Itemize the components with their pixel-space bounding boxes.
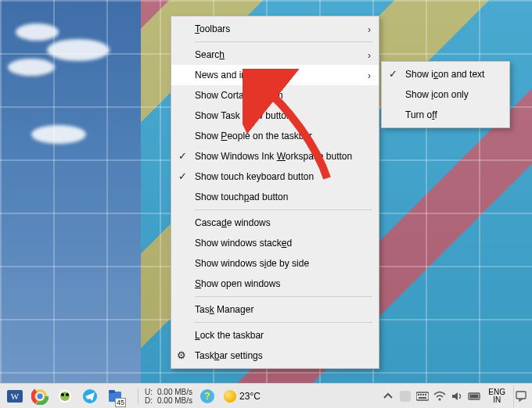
submenu-item-turn-off[interactable]: Turn off Turn off	[382, 105, 509, 125]
menu-label: Show touch keyboard button	[195, 171, 314, 182]
submenu-item-icon-only[interactable]: Show icon only Show icon only	[382, 84, 509, 105]
language-indicator[interactable]: ENG IN	[485, 388, 509, 404]
chevron-right-icon: ›	[368, 24, 371, 35]
svg-rect-22	[419, 397, 426, 399]
news-interests-submenu: ✓ Show icon and text Show icon and text …	[381, 61, 510, 128]
taskbar-app-chrome[interactable]	[28, 385, 52, 407]
svg-rect-27	[516, 392, 526, 399]
action-center-icon[interactable]	[513, 385, 527, 407]
check-icon: ✓	[178, 170, 187, 182]
menu-item-show-open-windows[interactable]: Show open windows Show open windows	[171, 274, 379, 294]
menu-label: Show Cortana button	[195, 90, 283, 101]
taskbar-divider	[138, 388, 138, 405]
menu-separator	[195, 209, 372, 210]
net-upload-label: U:	[145, 388, 154, 396]
taskbar-app-files[interactable]: 45	[103, 385, 127, 407]
svg-rect-25	[480, 395, 481, 398]
net-download-label: D:	[145, 396, 154, 405]
menu-item-news-and-interests[interactable]: News and interests ›	[171, 65, 379, 85]
taskbar-help-icon[interactable]: ?	[196, 385, 219, 407]
menu-item-show-task-view[interactable]: Show Task View button Show Task View but…	[171, 106, 379, 126]
network-speed-widget[interactable]: U:0.00 MB/s D:0.00 MB/s	[142, 388, 196, 405]
svg-text:?: ?	[204, 391, 210, 402]
svg-point-10	[66, 393, 69, 396]
tray-wifi-icon[interactable]	[433, 390, 446, 403]
svg-point-8	[60, 392, 70, 401]
taskbar-app-telegram[interactable]	[78, 385, 102, 407]
menu-label: Search	[195, 49, 225, 60]
menu-label: Show open windows	[195, 278, 280, 289]
menu-label: Show People on the taskbar	[195, 131, 312, 141]
menu-label: Show Windows Ink Workspace button	[195, 151, 352, 162]
taskbar-badge: 45	[115, 398, 126, 407]
chevron-right-icon: ›	[368, 50, 371, 61]
svg-point-23	[439, 398, 441, 400]
taskbar-context-menu: Toolbars › Toolbars Search › Search News…	[171, 16, 379, 369]
menu-label: Turn off	[405, 109, 437, 120]
tray-battery-icon[interactable]	[468, 390, 480, 403]
chevron-right-icon: ›	[368, 70, 371, 81]
tray-volume-icon[interactable]	[451, 390, 463, 403]
tray-overflow-icon[interactable]	[382, 390, 394, 403]
menu-label: Lock the taskbar	[195, 330, 264, 341]
tray-app-icon[interactable]	[399, 390, 412, 403]
menu-label: Task Manager	[195, 304, 253, 315]
lang-top: ENG	[488, 388, 505, 396]
menu-item-show-touch-keyboard[interactable]: ✓ Show touch keyboard button	[171, 166, 379, 187]
menu-label: Show Task View button	[195, 110, 292, 121]
menu-item-lock-taskbar[interactable]: Lock the taskbar Lock the taskbar	[171, 325, 379, 345]
menu-item-show-cortana[interactable]: Show Cortana button Show Cortana button	[171, 85, 379, 106]
tray-keyboard-icon[interactable]	[416, 390, 429, 403]
menu-item-toolbars[interactable]: Toolbars › Toolbars	[171, 19, 379, 39]
svg-point-9	[61, 393, 64, 396]
menu-label: Toolbars	[195, 23, 230, 34]
svg-rect-16	[400, 391, 411, 402]
menu-label: Show icon only	[405, 89, 469, 100]
submenu-item-icon-and-text[interactable]: ✓ Show icon and text Show icon and text	[382, 64, 509, 84]
weather-widget[interactable]: 23°C	[219, 390, 265, 403]
menu-label: Cascade windows	[195, 217, 271, 228]
menu-item-task-manager[interactable]: Task Manager Task Manager	[171, 299, 379, 320]
check-icon: ✓	[389, 68, 397, 80]
taskbar-app-cortana[interactable]	[53, 385, 77, 407]
menu-separator	[195, 41, 372, 42]
net-upload-value: 0.00 MB/s	[157, 388, 192, 396]
svg-rect-19	[420, 394, 422, 395]
menu-label: News and interests	[195, 70, 275, 81]
check-icon: ✓	[178, 150, 187, 162]
menu-separator	[195, 322, 372, 323]
svg-rect-20	[422, 394, 424, 395]
menu-item-show-people[interactable]: Show People on the taskbar Show People o…	[171, 126, 379, 146]
menu-item-side-by-side[interactable]: Show windows side by side Show windows s…	[171, 253, 379, 274]
system-tray: ENG IN	[382, 385, 532, 407]
taskbar-app-word[interactable]: W	[3, 385, 27, 407]
net-download-value: 0.00 MB/s	[157, 396, 192, 405]
menu-item-cascade-windows[interactable]: Cascade windows Cascade windows	[171, 213, 379, 233]
desktop-wallpaper: Toolbars › Toolbars Search › Search News…	[0, 0, 532, 408]
svg-rect-17	[416, 392, 429, 400]
menu-label: Show touchpad button	[195, 191, 288, 202]
menu-label: Show windows side by side	[195, 258, 309, 269]
menu-label: Show windows stacked	[195, 238, 292, 249]
menu-label: Taskbar settings	[195, 350, 263, 361]
menu-item-show-touchpad[interactable]: Show touchpad button Show touchpad butto…	[171, 187, 379, 207]
taskbar[interactable]: W 45 U:0.00 MB/s D:0.00 MB/s ?	[0, 383, 532, 408]
gear-icon: ⚙	[177, 349, 186, 361]
lang-bottom: IN	[488, 396, 505, 404]
taskbar-pinned-apps: W 45	[0, 385, 127, 407]
menu-item-show-ink-workspace[interactable]: ✓ Show Windows Ink Workspace button Show…	[171, 146, 379, 166]
menu-item-search[interactable]: Search › Search	[171, 45, 379, 65]
svg-rect-13	[109, 390, 115, 393]
menu-separator	[195, 296, 372, 297]
menu-label: Show icon and text	[405, 69, 484, 80]
weather-temp: 23°C	[239, 391, 261, 402]
sun-icon	[224, 390, 236, 403]
svg-rect-26	[470, 394, 479, 398]
svg-rect-18	[418, 394, 419, 395]
svg-rect-21	[425, 394, 426, 395]
menu-item-stacked-windows[interactable]: Show windows stacked Show windows stacke…	[171, 233, 379, 253]
svg-text:W: W	[11, 392, 20, 401]
menu-item-taskbar-settings[interactable]: ⚙ Taskbar settings Taskbar settings	[171, 345, 379, 366]
